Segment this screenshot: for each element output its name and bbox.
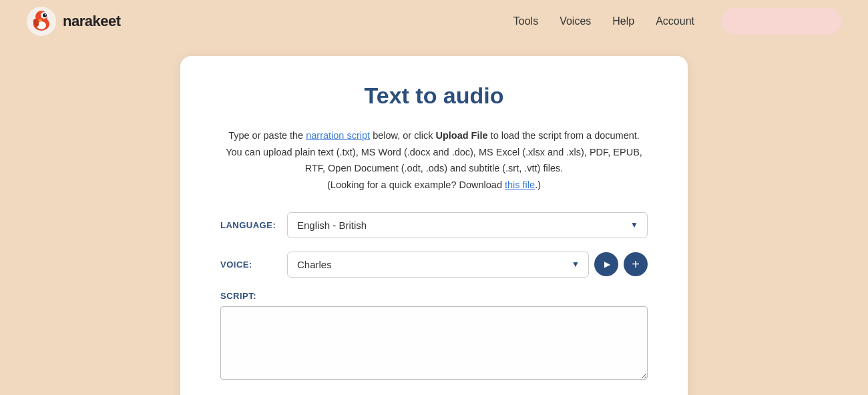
language-select-wrapper: English - British English - American Eng… [287, 212, 648, 238]
desc-pre-link: Type or paste the [228, 130, 306, 141]
desc-example-post: .) [535, 179, 541, 190]
voice-controls [594, 252, 648, 276]
main-content: Text to audio Type or paste the narratio… [0, 43, 868, 395]
language-select[interactable]: English - British English - American Eng… [287, 212, 648, 238]
language-row: LANGUAGE: English - British English - Am… [220, 212, 648, 238]
narration-script-link[interactable]: narration script [306, 130, 370, 141]
script-row: SCRIPT: [220, 291, 648, 382]
voice-add-button[interactable] [624, 252, 648, 276]
card-description: Type or paste the narration script below… [220, 127, 648, 193]
script-textarea[interactable] [220, 306, 648, 380]
svg-point-6 [45, 14, 46, 15]
voice-play-button[interactable] [594, 252, 618, 276]
nav-voices[interactable]: Voices [560, 15, 591, 27]
voice-select[interactable]: Charles Amy Emma Brian [287, 252, 589, 278]
card: Text to audio Type or paste the narratio… [180, 56, 688, 395]
language-label: LANGUAGE: [220, 220, 287, 230]
nav-cta-button[interactable] [721, 8, 841, 35]
navbar: narakeet Tools Voices Help Account [0, 0, 868, 43]
voice-row: VOICE: Charles Amy Emma Brian ▼ [220, 252, 648, 278]
script-label: SCRIPT: [220, 291, 256, 301]
nav-tools[interactable]: Tools [513, 15, 538, 27]
nav-account[interactable]: Account [656, 15, 694, 27]
card-title: Text to audio [220, 83, 648, 109]
nav-help[interactable]: Help [612, 15, 634, 27]
voice-select-wrapper: Charles Amy Emma Brian ▼ [287, 252, 589, 278]
desc-example-pre: (Looking for a quick example? Download [327, 179, 505, 190]
logo-text: narakeet [63, 13, 121, 30]
logo-icon [27, 7, 56, 36]
nav-links: Tools Voices Help Account [513, 15, 694, 27]
this-file-link[interactable]: this file [505, 179, 535, 190]
script-textarea-wrapper [220, 306, 648, 382]
voice-label: VOICE: [220, 260, 287, 270]
svg-point-5 [43, 13, 47, 17]
logo[interactable]: narakeet [27, 7, 121, 36]
